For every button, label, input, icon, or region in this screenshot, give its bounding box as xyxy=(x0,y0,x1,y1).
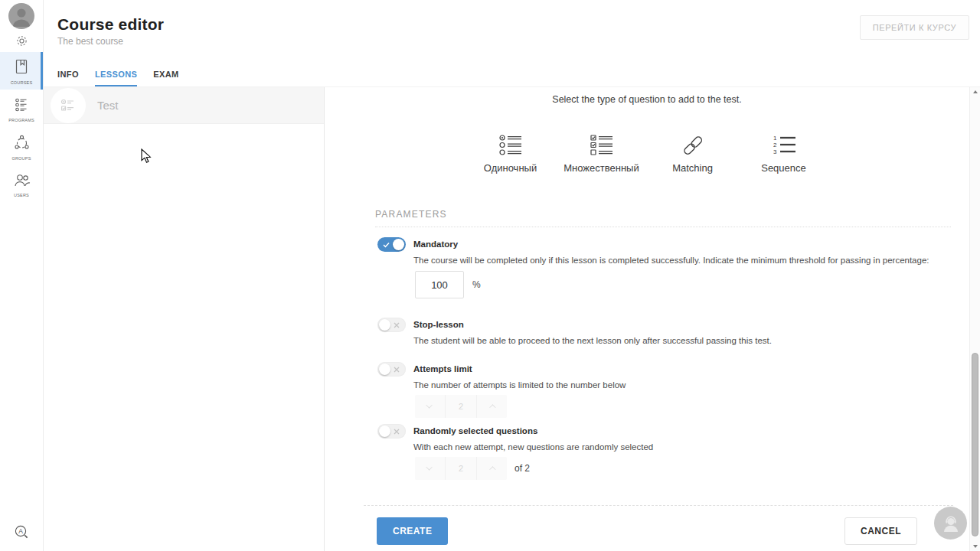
programs-list-icon xyxy=(14,97,29,112)
groups-icon xyxy=(14,135,30,151)
tab-lessons[interactable]: LESSONS xyxy=(95,70,137,86)
attempts-limit-row: Attempts limit The number of attempts is… xyxy=(375,362,951,373)
chevron-down-icon xyxy=(426,402,432,408)
lesson-item-label: Test xyxy=(97,99,119,112)
stepper-value: 2 xyxy=(445,457,475,480)
toggle-knob xyxy=(393,239,404,250)
sidebar-nav: COURSES PROGRAMS GROUPS xyxy=(0,52,43,202)
question-type-label: Множественный xyxy=(564,162,639,174)
threshold-input[interactable] xyxy=(415,271,464,298)
sidebar-item-programs[interactable]: PROGRAMS xyxy=(0,91,43,127)
attempts-limit-label: Attempts limit xyxy=(413,362,951,373)
users-icon xyxy=(13,173,31,187)
sidebar-item-label: PROGRAMS xyxy=(0,118,43,122)
tab-bar: INFO LESSONS EXAM xyxy=(57,70,179,86)
question-type-sequence[interactable]: 1 2 3 Sequence xyxy=(756,131,812,174)
sidebar: COURSES PROGRAMS GROUPS xyxy=(0,0,44,551)
question-type-label: Одиночный xyxy=(484,162,537,174)
svg-text:1: 1 xyxy=(773,135,777,142)
question-type-matching[interactable]: Matching xyxy=(665,131,720,174)
question-type-multiple[interactable]: Множественный xyxy=(574,131,629,174)
person-icon xyxy=(8,3,34,29)
mandatory-label: Mandatory xyxy=(413,237,951,249)
random-questions-toggle[interactable] xyxy=(377,424,406,439)
chevron-up-icon xyxy=(489,404,495,410)
question-editor-panel: Select the type of question to add to th… xyxy=(325,87,969,551)
mandatory-row: Mandatory The course will be completed o… xyxy=(375,237,951,249)
toggle-knob xyxy=(379,319,390,331)
body-row: Test Select the type of question to add … xyxy=(44,86,980,551)
sidebar-item-users[interactable]: USERS xyxy=(0,167,43,202)
parameters-section: PARAMETERS Mandatory The course will be … xyxy=(375,209,951,530)
svg-text:2: 2 xyxy=(773,142,777,148)
chevron-up-icon xyxy=(489,466,495,472)
tab-exam[interactable]: EXAM xyxy=(153,70,178,86)
cross-icon xyxy=(394,322,400,328)
header: Course editor The best course ПЕРЕЙТИ К … xyxy=(44,0,980,86)
cross-icon xyxy=(394,429,400,435)
attempts-limit-description: The number of attempts is limited to the… xyxy=(413,380,626,390)
text-zoom-icon[interactable]: A xyxy=(15,525,28,542)
toggle-knob xyxy=(379,364,390,375)
tab-info[interactable]: INFO xyxy=(57,70,79,86)
app-window: COURSES PROGRAMS GROUPS xyxy=(0,0,980,551)
numbered-list-icon: 1 2 3 xyxy=(771,131,797,157)
dialog-footer: CREATE CANCEL xyxy=(364,505,953,551)
decrease-button[interactable] xyxy=(415,395,445,418)
question-prompt: Select the type of question to add to th… xyxy=(325,94,969,105)
lesson-list-panel: Test xyxy=(44,87,325,551)
question-type-single[interactable]: Одиночный xyxy=(483,131,538,174)
sidebar-item-label: USERS xyxy=(0,193,43,197)
svg-text:3: 3 xyxy=(773,148,777,155)
stepper-value: 2 xyxy=(445,395,475,418)
mandatory-toggle[interactable] xyxy=(377,237,406,252)
create-button[interactable]: CREATE xyxy=(377,517,448,545)
headset-person-icon xyxy=(941,514,961,533)
test-lesson-icon xyxy=(51,88,86,123)
page-title: Course editor xyxy=(57,15,164,34)
avatar[interactable] xyxy=(8,3,34,29)
sidebar-item-groups[interactable]: GROUPS xyxy=(0,129,43,165)
content-area: Course editor The best course ПЕРЕЙТИ К … xyxy=(44,0,980,551)
cancel-button[interactable]: CANCEL xyxy=(844,517,917,545)
stop-lesson-description: The student will be able to proceed to t… xyxy=(413,336,772,345)
chevron-down-icon xyxy=(426,464,432,470)
svg-text:A: A xyxy=(18,527,23,535)
vertical-scrollbar[interactable] xyxy=(969,87,980,551)
increase-button[interactable] xyxy=(476,395,507,418)
increase-button[interactable] xyxy=(476,457,507,480)
scrollbar-thumb[interactable] xyxy=(972,353,978,536)
chain-link-icon xyxy=(681,131,705,157)
percent-unit: % xyxy=(472,279,481,290)
mandatory-description: The course will be completed only if thi… xyxy=(413,256,929,265)
go-to-course-button[interactable]: ПЕРЕЙТИ К КУРСУ xyxy=(860,15,969,40)
lesson-item-test[interactable]: Test xyxy=(44,87,324,124)
sidebar-item-label: GROUPS xyxy=(0,156,43,161)
sidebar-item-label: COURSES xyxy=(0,80,43,85)
attempts-stepper: 2 xyxy=(415,395,507,418)
courses-book-icon xyxy=(14,58,29,75)
random-questions-description: With each new attempt, new questions are… xyxy=(413,442,653,452)
random-questions-stepper: 2 xyxy=(415,457,507,480)
page-subtitle: The best course xyxy=(57,36,123,47)
decrease-button[interactable] xyxy=(415,457,445,480)
toggle-knob xyxy=(379,425,390,437)
cross-icon xyxy=(394,367,400,373)
random-questions-label: Randomly selected questions xyxy=(413,424,951,435)
support-button[interactable] xyxy=(934,507,967,540)
stop-lesson-toggle[interactable] xyxy=(377,318,406,332)
of-total-label: of 2 xyxy=(514,457,530,480)
random-questions-row: Randomly selected questions With each ne… xyxy=(375,424,951,435)
sidebar-item-courses[interactable]: COURSES xyxy=(0,52,43,90)
stop-lesson-row: Stop-lesson The student will be able to … xyxy=(375,318,951,329)
attempts-limit-toggle[interactable] xyxy=(377,362,406,377)
settings-gear-icon[interactable] xyxy=(15,34,28,51)
question-type-row: Одиночный xyxy=(325,131,969,174)
question-type-label: Sequence xyxy=(761,162,806,174)
stop-lesson-label: Stop-lesson xyxy=(413,318,951,329)
checkbox-list-icon xyxy=(588,131,616,157)
radio-list-icon xyxy=(497,131,524,157)
check-icon xyxy=(383,242,390,248)
parameters-title: PARAMETERS xyxy=(375,209,951,227)
question-type-label: Matching xyxy=(672,162,713,174)
